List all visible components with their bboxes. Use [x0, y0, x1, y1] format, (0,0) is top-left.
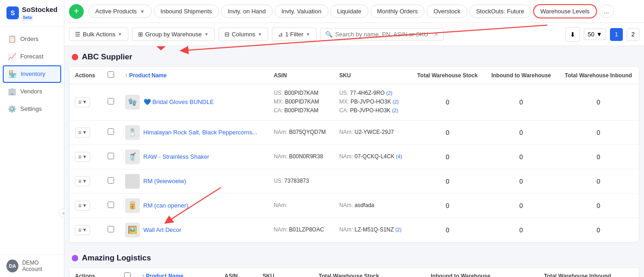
col-asin: ASIN [268, 67, 334, 84]
sidebar-item-label-orders: Orders [20, 35, 39, 42]
page-2-button[interactable]: 2 [627, 28, 639, 41]
content-area: ABC Supplier Actions ↑ Product Name ASIN… [64, 46, 644, 277]
group-abc-supplier-header: ABC Supplier [64, 46, 644, 66]
sidebar-item-orders[interactable]: 📋 Orders [0, 30, 64, 48]
tab-invty-on-hand[interactable]: Invty. on Hand [221, 5, 273, 18]
add-button[interactable]: + [69, 4, 84, 19]
sidebar-item-inventory[interactable]: 🏪 Inventory [3, 65, 61, 83]
row-action-menu[interactable]: ≡ ▼ [75, 97, 97, 107]
row-checkbox[interactable] [108, 153, 114, 159]
forecast-icon: 📈 [8, 52, 17, 61]
col-product-name-2[interactable]: ↑ Product Name [136, 268, 219, 277]
columns-chevron: ▼ [258, 32, 262, 37]
table-row: ≡ ▼ 🖼️ Wall Art Decor NAm: B01LZP8OAC NA… [69, 218, 639, 242]
search-icon: 🔍 [325, 31, 333, 38]
asin-cell: NAm: B075QYQD7M [268, 120, 334, 144]
product-name-link[interactable]: RM (9eiewoeiw) [144, 178, 186, 185]
tab-stockouts-future[interactable]: StockOuts: Future [469, 5, 531, 18]
row-actions-cell: ≡ ▼ [69, 84, 102, 121]
select-all-checkbox-2[interactable] [124, 272, 131, 277]
table-amazing-logistics: Actions ↑ Product Name ASIN SKU Total Wa… [69, 267, 639, 277]
logo-beta: beta [22, 15, 33, 21]
logo-area: S SoStocked beta [0, 0, 64, 27]
row-checkbox[interactable] [108, 128, 114, 135]
bulk-actions-button[interactable]: ☰ Bulk Actions ▼ [69, 28, 128, 41]
group-title-amazing: Amazing Logistics [82, 254, 151, 263]
row-checkbox[interactable] [108, 202, 114, 208]
product-name-link[interactable]: RM (can opener) [144, 202, 189, 209]
columns-label: Columns [232, 31, 255, 38]
col-product-name[interactable]: ↑ Product Name [120, 67, 268, 84]
row-action-menu[interactable]: ≡ ▼ [75, 201, 97, 211]
tab-invty-valuation[interactable]: Invty. Valuation [275, 5, 328, 18]
total-stock-value: 0 [410, 193, 484, 218]
filter-chevron: ▼ [306, 32, 310, 37]
sidebar: S SoStocked beta 📋 Orders 📈 Forecast 🏪 I… [0, 0, 64, 277]
total-inbound-value: 0 [558, 84, 639, 121]
per-page-selector[interactable]: 50 ▼ [584, 29, 606, 40]
avatar: DA [6, 260, 18, 272]
tab-warehouse-levels[interactable]: Warehouse Levels [533, 4, 597, 18]
search-input[interactable] [335, 31, 431, 38]
tab-more[interactable]: ... [599, 5, 614, 18]
sidebar-item-label-forecast: Forecast [20, 53, 44, 60]
sidebar-item-forecast[interactable]: 📈 Forecast [0, 48, 64, 65]
product-name-link[interactable]: Himalayan Rock Salt, Black Peppercorns..… [144, 129, 258, 136]
row-action-menu[interactable]: ≡ ▼ [75, 152, 97, 162]
columns-button[interactable]: ⊟ Columns ▼ [218, 28, 268, 41]
account-area: DA DEMO Account [0, 254, 64, 277]
product-image: 🧂 [125, 125, 140, 140]
table-abc-supplier: Actions ↑ Product Name ASIN SKU Total Wa… [69, 66, 639, 242]
row-action-menu[interactable]: ≡ ▼ [75, 176, 97, 186]
group-title-abc: ABC Supplier [82, 52, 132, 62]
total-stock-value: 0 [410, 169, 484, 193]
sku-cell: NAm: asdfada [334, 193, 410, 218]
total-inbound-value: 0 [558, 144, 639, 169]
product-name-link[interactable]: 💙 Bridal Gloves BUNDLE [144, 98, 214, 105]
sidebar-item-settings[interactable]: ⚙️ Settings [0, 100, 64, 118]
page-1-button[interactable]: 1 [610, 28, 623, 41]
sku-cell: NAm: U2-YWCE-29J7 [334, 120, 410, 144]
tab-overstock[interactable]: Overstock [426, 5, 467, 18]
inbound-value: 0 [484, 169, 558, 193]
tab-active-products[interactable]: Active Products ▼ [88, 5, 152, 18]
total-inbound-value: 0 [558, 193, 639, 218]
bulk-actions-icon: ☰ [75, 31, 80, 38]
group-by-icon: ⊞ [138, 31, 143, 38]
sidebar-item-label-vendors: Vendors [20, 88, 42, 95]
row-checkbox[interactable] [108, 177, 114, 184]
table-row: ≡ ▼ 🧤 💙 Bridal Gloves BUNDLE [69, 84, 639, 121]
row-checkbox[interactable] [108, 226, 114, 232]
product-name-link[interactable]: Wall Art Decor [144, 226, 182, 233]
col-total-inbound: Total Warehouse Inbound [558, 67, 639, 84]
tab-liquidate[interactable]: Liquidate [330, 5, 368, 18]
asin-cell: NAm: [268, 193, 334, 218]
group-by-label: Group by Warehouse [145, 31, 202, 38]
search-box[interactable]: 🔍 ✕ [320, 28, 444, 40]
product-image: 🥫 [125, 198, 140, 213]
tab-monthly-orders[interactable]: Monthly Orders [370, 5, 425, 18]
product-name-link[interactable]: RAW - Strainless Shaker [144, 153, 209, 160]
col-sku: SKU [334, 67, 410, 84]
orders-icon: 📋 [8, 35, 17, 43]
select-all-checkbox[interactable] [108, 71, 114, 78]
asin-cell: US: 73783873 [268, 169, 334, 193]
row-action-menu[interactable]: ≡ ▼ [75, 225, 97, 235]
col-inbound: Inbound to Warehouse [484, 67, 558, 84]
total-stock-value: 0 [410, 144, 484, 169]
col-checkbox [102, 67, 120, 84]
filter-button[interactable]: ⊿ 1 Filter ▼ [272, 28, 316, 41]
row-checkbox[interactable] [108, 98, 114, 104]
sku-cell [334, 169, 410, 193]
tab-inbound-shipments[interactable]: Inbound Shipments [154, 5, 219, 18]
sidebar-item-vendors[interactable]: 🏢 Vendors [0, 83, 64, 100]
per-page-chevron: ▼ [596, 31, 602, 38]
product-image: 🖼️ [125, 223, 140, 237]
row-action-menu[interactable]: ≡ ▼ [75, 127, 97, 138]
group-by-button[interactable]: ⊞ Group by Warehouse ▼ [132, 28, 215, 41]
row-checkbox-cell [102, 84, 120, 121]
download-button[interactable]: ⬇ [565, 27, 580, 42]
product-image: 🧤 [125, 95, 140, 110]
sidebar-item-label-inventory: Inventory [21, 70, 45, 77]
table-row: ≡ ▼ 🧂 Himalayan Rock Salt, Black Pepperc… [69, 120, 639, 144]
